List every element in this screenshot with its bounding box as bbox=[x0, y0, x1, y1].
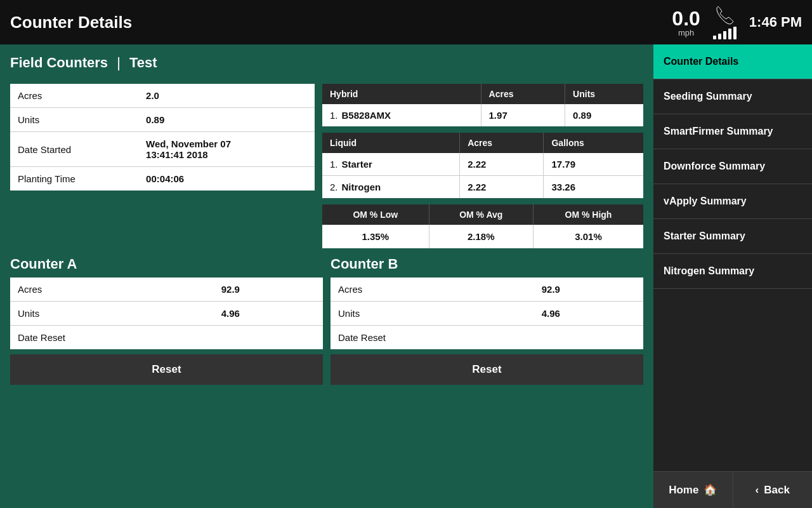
om-high-header: OM % High bbox=[533, 204, 643, 225]
hybrid-acres: 1.97 bbox=[481, 104, 565, 126]
hybrid-table: Hybrid Acres Units 1.B5828AMX 1.97 0.89 bbox=[322, 84, 643, 126]
units-value: 0.89 bbox=[138, 108, 315, 132]
om-table: OM % Low OM % Avg OM % High 1.35% 2.18% … bbox=[322, 204, 643, 248]
table-row: Acres 92.9 bbox=[331, 277, 643, 302]
om-low-value: 1.35% bbox=[322, 225, 429, 248]
nitrogen-acres: 2.22 bbox=[460, 176, 544, 199]
sidebar-item-counter-details[interactable]: Counter Details bbox=[653, 44, 812, 79]
table-row: Units 0.89 bbox=[10, 108, 315, 132]
starter-gallons: 17.79 bbox=[544, 153, 643, 176]
liquid-col-header: Liquid bbox=[322, 133, 460, 153]
counter-b-block: Counter B Acres 92.9 Units 4.96 Date Res… bbox=[331, 256, 643, 385]
table-row: 1.B5828AMX 1.97 0.89 bbox=[322, 104, 643, 126]
date-started-label: Date Started bbox=[10, 132, 138, 167]
hybrid-units: 0.89 bbox=[565, 104, 643, 126]
sidebar-item-smartfirmer-summary[interactable]: SmartFirmer Summary bbox=[653, 114, 812, 149]
units-col-header: Units bbox=[565, 84, 643, 104]
phone-svg bbox=[714, 5, 735, 25]
right-tables-wrap: Hybrid Acres Units 1.B5828AMX 1.97 0.89 bbox=[322, 84, 643, 248]
sidebar-bottom: Home 🏠 ‹ Back bbox=[653, 471, 812, 508]
main-layout: Field Counters | Test Acres 2.0 Units 0.… bbox=[0, 44, 812, 508]
sidebar: Counter Details Seeding Summary SmartFir… bbox=[653, 44, 812, 508]
ca-units-value: 4.96 bbox=[214, 302, 323, 326]
time-display: 1:46 PM bbox=[749, 14, 802, 30]
om-avg-header: OM % Avg bbox=[429, 204, 533, 225]
hybrid-name: 1.B5828AMX bbox=[322, 104, 481, 126]
counter-a-title: Counter A bbox=[10, 256, 323, 272]
cb-date-reset-value bbox=[534, 326, 643, 350]
home-icon: 🏠 bbox=[704, 483, 717, 497]
om-header-row: OM % Low OM % Avg OM % High bbox=[322, 204, 643, 225]
date-started-value: Wed, November 07 13:41:41 2018 bbox=[138, 132, 315, 167]
table-row: Date Started Wed, November 07 13:41:41 2… bbox=[10, 132, 315, 167]
table-row: 1.Starter 2.22 17.79 bbox=[322, 153, 643, 176]
counter-b-table: Acres 92.9 Units 4.96 Date Reset bbox=[331, 277, 643, 349]
content-area: Field Counters | Test Acres 2.0 Units 0.… bbox=[0, 44, 653, 508]
bar1 bbox=[713, 36, 716, 39]
back-chevron-icon: ‹ bbox=[756, 484, 759, 497]
speed-display: 0.0 mph bbox=[672, 8, 700, 37]
hybrid-col-header: Hybrid bbox=[322, 84, 481, 104]
starter-acres: 2.22 bbox=[460, 153, 544, 176]
bar2 bbox=[718, 34, 721, 39]
counter-a-reset-button[interactable]: Reset bbox=[10, 354, 323, 385]
sidebar-label-nitrogen-summary: Nitrogen Summary bbox=[664, 265, 754, 276]
table-row: Units 4.96 bbox=[331, 302, 643, 326]
acres-col-header: Acres bbox=[481, 84, 565, 104]
home-button[interactable]: Home 🏠 bbox=[653, 472, 733, 508]
counter-b-reset-button[interactable]: Reset bbox=[331, 354, 643, 385]
om-avg-value: 2.18% bbox=[429, 225, 533, 248]
field-name: Test bbox=[129, 55, 157, 70]
signal-icon bbox=[713, 5, 737, 39]
speed-value: 0.0 bbox=[672, 8, 700, 29]
liquid-acres-col: Acres bbox=[460, 133, 544, 153]
planting-time-value: 00:04:06 bbox=[138, 167, 315, 191]
table-row: Acres 2.0 bbox=[10, 84, 315, 108]
cb-date-reset-label: Date Reset bbox=[331, 326, 534, 350]
table-row: 1.35% 2.18% 3.01% bbox=[322, 225, 643, 248]
sidebar-label-counter-details: Counter Details bbox=[664, 56, 738, 67]
cb-acres-value: 92.9 bbox=[534, 277, 643, 302]
sidebar-label-vapply-summary: vApply Summary bbox=[664, 196, 747, 206]
sidebar-item-seeding-summary[interactable]: Seeding Summary bbox=[653, 79, 812, 114]
header-separator: | bbox=[117, 55, 121, 70]
om-high-value: 3.01% bbox=[533, 225, 643, 248]
sidebar-item-nitrogen-summary[interactable]: Nitrogen Summary bbox=[653, 254, 812, 289]
sidebar-label-downforce-summary: Downforce Summary bbox=[664, 161, 765, 171]
counter-a-table: Acres 92.9 Units 4.96 Date Reset bbox=[10, 277, 323, 349]
top-bar-right: 0.0 mph 1:46 PM bbox=[672, 5, 802, 39]
nitrogen-gallons: 33.26 bbox=[544, 176, 643, 199]
counter-b-title: Counter B bbox=[331, 256, 643, 272]
field-counters-header: Field Counters | Test bbox=[10, 55, 643, 71]
back-label: Back bbox=[764, 484, 790, 497]
sidebar-item-starter-summary[interactable]: Starter Summary bbox=[653, 219, 812, 254]
table-row: Date Reset bbox=[10, 326, 323, 350]
acres-value: 2.0 bbox=[138, 84, 315, 108]
signal-bars bbox=[713, 27, 737, 39]
om-low-header: OM % Low bbox=[322, 204, 429, 225]
cb-acres-label: Acres bbox=[331, 277, 534, 302]
table-row: Acres 92.9 bbox=[10, 277, 323, 302]
home-label: Home bbox=[669, 484, 698, 497]
sidebar-label-smartfirmer-summary: SmartFirmer Summary bbox=[664, 126, 773, 137]
sidebar-item-vapply-summary[interactable]: vApply Summary bbox=[653, 184, 812, 219]
top-bar: Counter Details 0.0 mph 1:46 PM bbox=[0, 0, 812, 44]
field-stats-table: Acres 2.0 Units 0.89 Date Started Wed, N… bbox=[10, 84, 315, 190]
acres-label: Acres bbox=[10, 84, 138, 108]
counters-row: Counter A Acres 92.9 Units 4.96 Date Res… bbox=[10, 256, 643, 385]
units-label: Units bbox=[10, 108, 138, 132]
counter-a-block: Counter A Acres 92.9 Units 4.96 Date Res… bbox=[10, 256, 323, 385]
field-counters-label: Field Counters bbox=[10, 55, 108, 70]
sidebar-label-seeding-summary: Seeding Summary bbox=[664, 91, 752, 102]
page-title: Counter Details bbox=[10, 13, 672, 32]
left-table-wrap: Acres 2.0 Units 0.89 Date Started Wed, N… bbox=[10, 84, 315, 248]
cb-units-label: Units bbox=[331, 302, 534, 326]
ca-acres-label: Acres bbox=[10, 277, 214, 302]
table-row: Date Reset bbox=[331, 326, 643, 350]
liquid-header-row: Liquid Acres Gallons bbox=[322, 133, 643, 153]
ca-acres-value: 92.9 bbox=[214, 277, 323, 302]
sidebar-label-starter-summary: Starter Summary bbox=[664, 231, 745, 241]
sidebar-item-downforce-summary[interactable]: Downforce Summary bbox=[653, 149, 812, 184]
back-button[interactable]: ‹ Back bbox=[733, 472, 813, 508]
bar4 bbox=[728, 29, 731, 39]
